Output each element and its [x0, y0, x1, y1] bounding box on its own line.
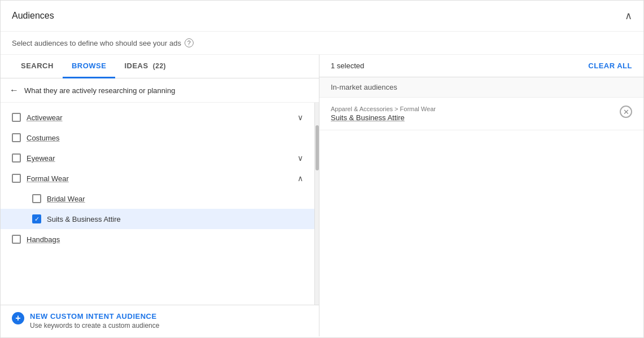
- list-item[interactable]: Bridal Wear: [1, 188, 314, 209]
- eyewear-label: Eyewear: [27, 154, 292, 163]
- browse-nav: ← What they are actively researching or …: [1, 78, 319, 103]
- costumes-label: Costumes: [27, 134, 303, 142]
- scrollbar-track[interactable]: [314, 103, 319, 305]
- tab-ideas[interactable]: IDEAS (22): [115, 55, 175, 78]
- suits-label: Suits & Business Attire: [47, 215, 303, 223]
- selected-item-name: Suits & Business Attire: [331, 113, 436, 122]
- formal-wear-label: Formal Wear: [27, 174, 292, 183]
- browse-nav-label: What they are actively researching or pl…: [24, 86, 175, 95]
- selected-item-path: Apparel & Accessories > Formal Wear: [331, 106, 436, 112]
- list-item[interactable]: Handbags: [1, 229, 314, 249]
- bottom-bar: + NEW CUSTOM INTENT AUDIENCE Use keyword…: [1, 305, 319, 336]
- list-item[interactable]: Formal Wear ∧: [1, 168, 314, 188]
- handbags-label: Handbags: [27, 235, 303, 244]
- list-item[interactable]: Eyewear ∨: [1, 148, 314, 168]
- left-panel: SEARCH BROWSE IDEAS (22) ← What they are…: [1, 55, 319, 336]
- right-header: 1 selected CLEAR ALL: [319, 55, 643, 77]
- selected-item-info: Apparel & Accessories > Formal Wear Suit…: [331, 106, 436, 122]
- eyewear-expand-icon[interactable]: ∨: [297, 153, 303, 163]
- list-item[interactable]: Activewear ∨: [1, 107, 314, 128]
- costumes-checkbox[interactable]: [12, 133, 21, 142]
- tab-search[interactable]: SEARCH: [12, 55, 63, 78]
- subtitle-text: Select audiences to define who should se…: [12, 39, 181, 47]
- clear-all-button[interactable]: CLEAR ALL: [588, 62, 632, 70]
- audiences-panel: Audiences ∧ Select audiences to define w…: [0, 0, 644, 338]
- main-content: SEARCH BROWSE IDEAS (22) ← What they are…: [1, 55, 643, 336]
- custom-intent-text: NEW CUSTOM INTENT AUDIENCE Use keywords …: [30, 312, 159, 330]
- help-icon[interactable]: ?: [185, 38, 194, 47]
- remove-audience-button[interactable]: ✕: [620, 106, 632, 118]
- activewear-checkbox[interactable]: [12, 113, 21, 122]
- list-item[interactable]: Suits & Business Attire: [1, 209, 314, 229]
- right-panel: 1 selected CLEAR ALL In-market audiences…: [319, 55, 643, 336]
- scrollbar-thumb[interactable]: [316, 125, 319, 170]
- bridal-wear-checkbox[interactable]: [32, 194, 41, 203]
- custom-intent-subtitle: Use keywords to create a custom audience: [30, 322, 159, 330]
- plus-icon[interactable]: +: [12, 312, 24, 324]
- custom-intent-title[interactable]: NEW CUSTOM INTENT AUDIENCE: [30, 312, 159, 321]
- panel-title: Audiences: [12, 11, 54, 21]
- bridal-wear-label: Bridal Wear: [47, 195, 303, 203]
- list-item[interactable]: Costumes: [1, 128, 314, 148]
- selected-count: 1 selected: [331, 62, 364, 70]
- tabs: SEARCH BROWSE IDEAS (22): [1, 55, 319, 78]
- activewear-label: Activewear: [27, 113, 292, 122]
- formal-wear-checkbox[interactable]: [12, 174, 21, 183]
- tab-browse[interactable]: BROWSE: [63, 55, 116, 78]
- collapse-icon[interactable]: ∧: [625, 10, 632, 22]
- in-market-label: In-market audiences: [319, 77, 643, 98]
- ideas-badge: (22): [153, 62, 166, 70]
- eyewear-checkbox[interactable]: [12, 153, 21, 163]
- handbags-checkbox[interactable]: [12, 235, 21, 244]
- category-list: Activewear ∨ Costumes Eyewear ∨: [1, 103, 314, 305]
- back-arrow-icon[interactable]: ←: [10, 85, 19, 95]
- panel-header: Audiences ∧: [1, 1, 643, 32]
- suits-checkbox[interactable]: [32, 214, 41, 223]
- formal-wear-expand-icon[interactable]: ∧: [297, 174, 303, 183]
- panel-subtitle: Select audiences to define who should se…: [1, 32, 643, 55]
- selected-audience-item: Apparel & Accessories > Formal Wear Suit…: [319, 98, 643, 130]
- activewear-expand-icon[interactable]: ∨: [297, 113, 303, 122]
